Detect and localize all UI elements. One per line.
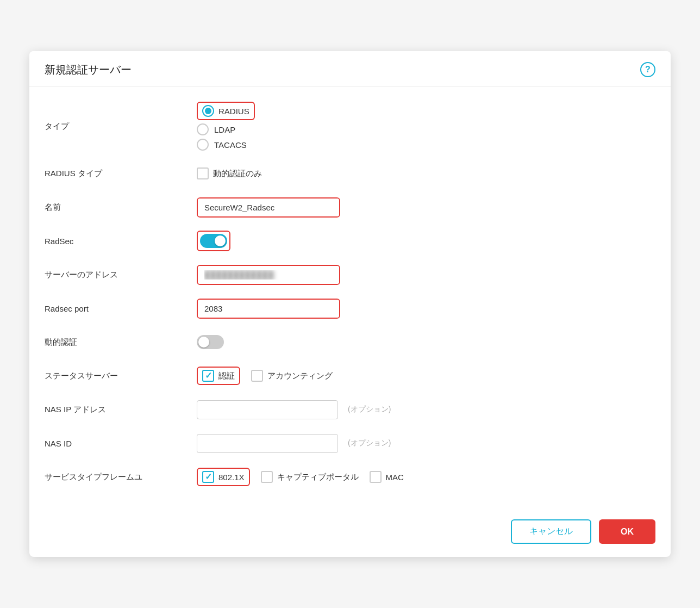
service-type-8021x-label: 802.1X [218, 473, 245, 482]
form-row-server-address: サーバーのアドレス [45, 264, 655, 286]
radsec-port-control [197, 299, 655, 319]
server-address-input-wrap [197, 265, 340, 285]
dialog-title: 新規認証サーバー [45, 63, 132, 77]
dynamic-auth-only-label: 動的認証のみ [213, 169, 262, 179]
form-row-nas-id: NAS ID (オプション) [45, 432, 655, 454]
server-address-control [197, 265, 655, 285]
radio-ldap-label: LDAP [214, 125, 235, 134]
status-server-auth-wrap: ✓ 認証 [197, 367, 240, 385]
dynamic-auth-only-checkbox[interactable]: 動的認証のみ [197, 167, 262, 179]
radio-item-ldap[interactable]: LDAP [197, 123, 255, 135]
dynamic-auth-label: 動的認証 [45, 337, 197, 348]
dynamic-auth-toggle[interactable] [197, 335, 224, 349]
dialog: 新規認証サーバー ? タイプ RADIUS [29, 51, 671, 557]
radsec-label: RadSec [45, 237, 197, 246]
type-control: RADIUS LDAP TACACS [197, 102, 655, 151]
nas-ip-optional: (オプション) [348, 405, 391, 414]
radsec-port-input-wrap [197, 299, 340, 319]
dynamic-auth-toggle-track [197, 335, 224, 349]
nas-ip-input[interactable] [197, 400, 338, 419]
service-type-8021x-box: ✓ [202, 471, 214, 483]
status-server-auth-label: 認証 [218, 371, 235, 381]
radsec-toggle[interactable] [200, 234, 227, 248]
radio-tacacs-label: TACACS [214, 140, 247, 150]
cancel-button[interactable]: キャンセル [511, 519, 591, 544]
nas-id-label: NAS ID [45, 439, 197, 448]
type-label: タイプ [45, 121, 197, 132]
form-row-type: タイプ RADIUS LDAP [45, 102, 655, 151]
form-row-service-type: サービスタイプフレームユ ✓ 802.1X キャプティブポータル [45, 466, 655, 488]
service-type-mac-checkbox[interactable]: MAC [370, 471, 404, 483]
status-server-accounting-label: アカウンティング [267, 371, 333, 381]
service-type-label: サービスタイプフレームユ [45, 472, 197, 482]
status-server-auth-check: ✓ [205, 371, 212, 380]
form-row-nas-ip: NAS IP アドレス (オプション) [45, 399, 655, 420]
form-row-radsec: RadSec [45, 230, 655, 252]
dialog-header: 新規認証サーバー ? [29, 51, 671, 86]
service-type-8021x-checkbox[interactable]: ✓ 802.1X [202, 471, 245, 483]
name-control [197, 197, 655, 218]
service-type-captive-label: キャプティブポータル [277, 472, 359, 482]
radsec-control [197, 231, 655, 251]
dynamic-auth-toggle-thumb [198, 337, 209, 348]
nas-ip-control: (オプション) [197, 400, 655, 419]
name-input-wrap [197, 197, 340, 218]
radsec-port-input[interactable] [198, 300, 339, 318]
radio-tacacs-outer [197, 139, 209, 151]
form-row-radius-type: RADIUS タイプ 動的認証のみ [45, 163, 655, 184]
nas-id-control: (オプション) [197, 434, 655, 453]
nas-id-input[interactable] [197, 434, 338, 453]
service-type-8021x-wrap: ✓ 802.1X [197, 468, 250, 486]
name-label: 名前 [45, 202, 197, 213]
dynamic-auth-only-box [197, 167, 209, 179]
form-row-radsec-port: Radsec port [45, 297, 655, 319]
server-address-input[interactable] [198, 266, 339, 284]
nas-ip-label: NAS IP アドレス [45, 405, 197, 415]
status-server-control: ✓ 認証 アカウンティング [197, 367, 655, 385]
service-type-control: ✓ 802.1X キャプティブポータル MAC [197, 468, 655, 486]
radsec-toggle-wrap [197, 231, 230, 251]
service-type-8021x-check: ✓ [205, 473, 212, 481]
radio-item-radius[interactable]: RADIUS [197, 102, 255, 120]
ok-button[interactable]: OK [599, 519, 655, 544]
service-type-mac-box [370, 471, 382, 483]
radio-item-tacacs[interactable]: TACACS [197, 139, 255, 151]
dialog-footer: キャンセル OK [29, 511, 671, 557]
status-server-auth-box: ✓ [202, 370, 214, 382]
status-server-accounting-checkbox[interactable]: アカウンティング [251, 370, 333, 382]
form-row-status-server: ステータスサーバー ✓ 認証 アカウンティング [45, 365, 655, 387]
status-server-auth-checkbox[interactable]: ✓ 認証 [202, 370, 235, 382]
radsec-port-label: Radsec port [45, 304, 197, 313]
radsec-toggle-thumb [215, 235, 226, 246]
status-server-accounting-box [251, 370, 263, 382]
radio-radius-label: RADIUS [218, 107, 249, 116]
radius-type-control: 動的認証のみ [197, 167, 655, 179]
nas-id-optional: (オプション) [348, 438, 391, 448]
dynamic-auth-control [197, 335, 655, 349]
radio-radius-inner [205, 108, 211, 114]
form-row-name: 名前 [45, 196, 655, 218]
help-icon[interactable]: ? [640, 62, 655, 77]
service-type-mac-label: MAC [386, 473, 404, 482]
type-radio-group: RADIUS LDAP TACACS [197, 102, 255, 151]
radio-radius-outer [202, 105, 214, 117]
server-address-label: サーバーのアドレス [45, 270, 197, 280]
form-row-dynamic-auth: 動的認証 [45, 331, 655, 353]
service-type-captive-checkbox[interactable]: キャプティブポータル [261, 471, 359, 483]
dialog-body: タイプ RADIUS LDAP [29, 86, 671, 511]
radius-type-label: RADIUS タイプ [45, 169, 197, 179]
status-server-label: ステータスサーバー [45, 371, 197, 381]
name-input[interactable] [198, 198, 339, 216]
service-type-captive-box [261, 471, 273, 483]
radsec-toggle-track [200, 234, 227, 248]
radio-ldap-outer [197, 123, 209, 135]
